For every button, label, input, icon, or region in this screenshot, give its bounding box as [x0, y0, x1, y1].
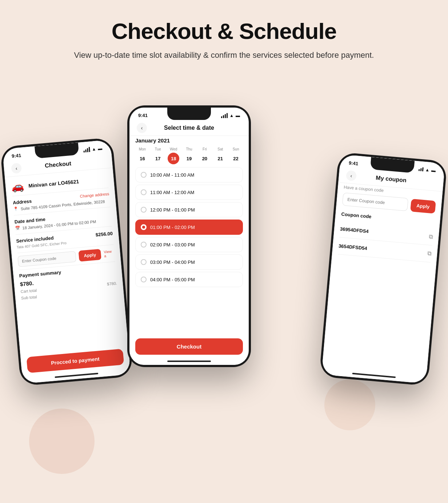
- subtotal-label: Sub total: [21, 294, 37, 300]
- slot-2pm-radio: [141, 242, 147, 248]
- coupon-screen: 9:41 ▲ ▬ ‹ My coupon: [321, 154, 445, 384]
- time-screen: 9:41 ▲ ▬ ‹ Select ti: [129, 108, 249, 365]
- coupon-input[interactable]: [17, 251, 76, 267]
- home-indicator-2: [167, 361, 211, 362]
- slot-1pm-radio: [141, 224, 147, 230]
- phone-schedule-inner: 9:41 ▲ ▬ ‹ Select ti: [129, 108, 249, 365]
- checkout-title: Checkout: [45, 160, 72, 169]
- coupon-code-1: 36954DFDS4: [340, 226, 369, 234]
- page-title: Checkout & Schedule: [0, 18, 448, 44]
- coupon-back-button[interactable]: ‹: [346, 170, 357, 181]
- copy-icon-2[interactable]: ⧉: [427, 250, 432, 257]
- copy-icon-1[interactable]: ⧉: [428, 233, 433, 240]
- day-tue[interactable]: Tue 17: [151, 147, 165, 164]
- phone2-time: 9:41: [138, 113, 148, 118]
- signal-icon-3: [419, 167, 424, 171]
- slot-11am[interactable]: 11:00 AM - 12:00 AM: [135, 185, 243, 200]
- coupon-code-input[interactable]: [342, 193, 408, 212]
- signal-icon: [83, 147, 90, 153]
- phone-schedule: 9:41 ▲ ▬ ‹ Select ti: [127, 105, 251, 367]
- schedule-back-button[interactable]: ‹: [137, 123, 147, 133]
- day-fri[interactable]: Fri 20: [197, 147, 212, 164]
- phone-coupon-inner: 9:41 ▲ ▬ ‹ My coupon: [321, 154, 445, 384]
- phone2-status-icons: ▲ ▬: [221, 113, 240, 118]
- coupon-section: Have a coupon code Apply Coupon code 369…: [332, 184, 443, 263]
- day-thu[interactable]: Thu 19: [182, 147, 196, 164]
- proceed-to-payment-button[interactable]: Procced to payment: [26, 349, 124, 373]
- wifi-icon-2: ▲: [229, 113, 234, 118]
- slot-3pm[interactable]: 03:00 PM - 04:00 PM: [135, 254, 243, 270]
- slot-1pm-active[interactable]: 01:00 PM - 02:00 PM: [135, 220, 243, 235]
- day-sat[interactable]: Sat 21: [213, 147, 227, 164]
- slot-12pm-radio: [141, 207, 147, 213]
- calendar-icon: 📅: [15, 226, 20, 231]
- slot-11am-radio: [141, 189, 147, 195]
- battery-icon-3: ▬: [431, 168, 436, 173]
- day-sun[interactable]: Sun 22: [229, 147, 243, 164]
- checkout-back-button[interactable]: ‹: [11, 163, 22, 174]
- schedule-header: ‹ Select time & date: [129, 120, 249, 134]
- change-address-link[interactable]: Change address: [80, 192, 109, 198]
- wifi-icon: ▲: [92, 146, 96, 152]
- checkout-screen: 9:41 ▲ ▬ ‹ Checkout: [2, 140, 131, 384]
- day-wed-selected[interactable]: Wed 18: [167, 147, 181, 164]
- cart-label: Cart total: [20, 288, 37, 294]
- service-price: $256.00: [95, 231, 113, 238]
- phone-coupon: 9:41 ▲ ▬ ‹ My coupon: [319, 152, 448, 386]
- cart-value: $780.: [107, 281, 117, 286]
- address-label: Address: [13, 198, 32, 205]
- wifi-icon-3: ▲: [425, 167, 430, 173]
- slot-3pm-radio: [141, 259, 147, 265]
- location-icon: 📍: [13, 206, 19, 212]
- phone1-status-icons: ▲ ▬: [83, 146, 103, 152]
- big-price: $780.: [20, 280, 34, 287]
- coupon-code-2: 3654DFSD54: [338, 243, 367, 251]
- calendar-section: January 2021 Mon 16 Tue 17 Wed 18: [129, 137, 249, 167]
- phone-checkout: 9:41 ▲ ▬ ‹ Checkout: [0, 137, 133, 386]
- calendar-days: Mon 16 Tue 17 Wed 18 Thu: [135, 147, 243, 164]
- slot-2pm[interactable]: 02:00 PM - 03:00 PM: [135, 237, 243, 252]
- slot-10am[interactable]: 10:00 AM - 11:00 AM: [135, 167, 243, 182]
- time-slots-list: 10:00 AM - 11:00 AM 11:00 AM - 12:00 AM …: [129, 167, 249, 287]
- signal-icon-2: [221, 113, 228, 118]
- page-header: Checkout & Schedule View up-to-date time…: [0, 0, 448, 61]
- checkout-content: 🚗 Minivan car LO45621 Address Change add…: [5, 169, 123, 302]
- phone1-time: 9:41: [11, 153, 21, 159]
- battery-icon-2: ▬: [236, 113, 240, 118]
- phone3-status-icons: ▲ ▬: [419, 166, 436, 173]
- phone3-time: 9:41: [348, 160, 358, 166]
- schedule-title: Select time & date: [164, 125, 214, 131]
- month-label: January 2021: [135, 137, 243, 144]
- home-indicator-1: [55, 373, 98, 378]
- phone2-notch: [167, 108, 211, 120]
- view-link[interactable]: View a: [104, 249, 115, 258]
- car-name: Minivan car LO45621: [28, 178, 79, 189]
- phone-checkout-inner: 9:41 ▲ ▬ ‹ Checkout: [2, 140, 131, 384]
- page-subtitle: View up-to-date time slot availability &…: [0, 49, 448, 61]
- phones-container: 9:41 ▲ ▬ ‹ Checkout: [0, 84, 448, 483]
- apply-button[interactable]: Apply: [79, 249, 102, 262]
- battery-icon: ▬: [98, 146, 103, 151]
- coupon-apply-button[interactable]: Apply: [410, 198, 436, 213]
- slot-4pm[interactable]: 04:00 PM - 05:00 PM: [135, 272, 243, 287]
- slot-10am-radio: [141, 172, 147, 178]
- checkout-button[interactable]: Checkout: [135, 338, 243, 355]
- car-icon: 🚗: [11, 180, 25, 193]
- coupon-title: My coupon: [376, 174, 407, 184]
- slot-4pm-radio: [141, 277, 147, 282]
- home-indicator-3: [352, 373, 396, 378]
- slot-12pm[interactable]: 12:00 PM - 01:00 PM: [135, 202, 243, 217]
- day-mon[interactable]: Mon 16: [135, 147, 149, 164]
